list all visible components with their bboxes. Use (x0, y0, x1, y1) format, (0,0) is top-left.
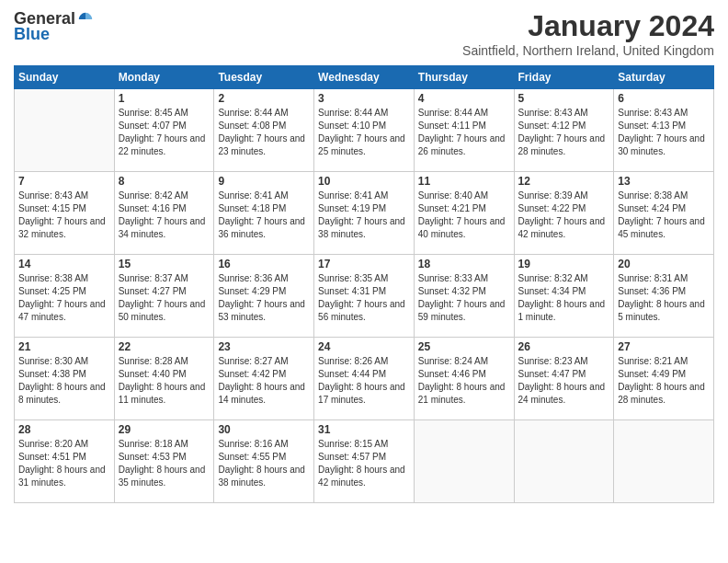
day-info: Sunrise: 8:24 AM Sunset: 4:46 PM Dayligh… (418, 355, 510, 407)
logo: General Blue (14, 9, 94, 44)
calendar-cell: 13 Sunrise: 8:38 AM Sunset: 4:24 PM Dayl… (614, 172, 714, 255)
sunset-text: Sunset: 4:34 PM (518, 286, 586, 296)
calendar-cell: 27 Sunrise: 8:21 AM Sunset: 4:49 PM Dayl… (614, 338, 714, 420)
day-info: Sunrise: 8:28 AM Sunset: 4:40 PM Dayligh… (119, 355, 210, 407)
day-number: 19 (518, 258, 610, 270)
location-subtitle: Saintfield, Northern Ireland, United Kin… (462, 43, 714, 58)
day-info: Sunrise: 8:15 AM Sunset: 4:57 PM Dayligh… (318, 438, 410, 489)
sunrise-text: Sunrise: 8:38 AM (618, 190, 688, 201)
calendar-cell (414, 420, 514, 503)
daylight-text: Daylight: 7 hours and 32 minutes. (18, 216, 106, 239)
sunrise-text: Sunrise: 8:44 AM (218, 108, 288, 118)
daylight-text: Daylight: 8 hours and 24 minutes. (518, 382, 606, 405)
day-number: 18 (418, 258, 510, 270)
col-thursday: Thursday (414, 66, 514, 89)
day-number: 6 (618, 92, 710, 105)
sunset-text: Sunset: 4:10 PM (318, 121, 386, 131)
daylight-text: Daylight: 8 hours and 31 minutes. (18, 465, 106, 488)
calendar-week-4: 21 Sunrise: 8:30 AM Sunset: 4:38 PM Dayl… (15, 338, 714, 420)
day-number: 3 (318, 92, 410, 105)
sunset-text: Sunset: 4:15 PM (18, 203, 86, 213)
sunrise-text: Sunrise: 8:15 AM (318, 439, 388, 449)
calendar-cell: 14 Sunrise: 8:38 AM Sunset: 4:25 PM Dayl… (15, 255, 115, 338)
daylight-text: Daylight: 8 hours and 1 minute. (518, 299, 606, 322)
calendar-cell: 9 Sunrise: 8:41 AM Sunset: 4:18 PM Dayli… (214, 172, 314, 255)
calendar-cell: 18 Sunrise: 8:33 AM Sunset: 4:32 PM Dayl… (414, 255, 514, 338)
sunrise-text: Sunrise: 8:41 AM (218, 190, 288, 201)
calendar-cell: 5 Sunrise: 8:43 AM Sunset: 4:12 PM Dayli… (514, 89, 614, 172)
calendar-cell: 19 Sunrise: 8:32 AM Sunset: 4:34 PM Dayl… (514, 255, 614, 338)
calendar-cell: 4 Sunrise: 8:44 AM Sunset: 4:11 PM Dayli… (414, 89, 514, 172)
sunrise-text: Sunrise: 8:40 AM (418, 190, 488, 201)
daylight-text: Daylight: 7 hours and 34 minutes. (119, 216, 206, 239)
sunset-text: Sunset: 4:40 PM (119, 369, 187, 379)
daylight-text: Daylight: 7 hours and 45 minutes. (618, 216, 705, 239)
sunrise-text: Sunrise: 8:35 AM (318, 273, 388, 283)
day-info: Sunrise: 8:38 AM Sunset: 4:24 PM Dayligh… (618, 190, 710, 241)
calendar-cell: 29 Sunrise: 8:18 AM Sunset: 4:53 PM Dayl… (114, 420, 214, 503)
sunset-text: Sunset: 4:46 PM (418, 369, 486, 379)
sunrise-text: Sunrise: 8:24 AM (418, 356, 488, 366)
sunrise-text: Sunrise: 8:16 AM (218, 439, 288, 449)
sunrise-text: Sunrise: 8:30 AM (18, 356, 88, 366)
sunrise-text: Sunrise: 8:28 AM (119, 356, 188, 366)
daylight-text: Daylight: 7 hours and 38 minutes. (318, 216, 405, 239)
day-number: 23 (218, 340, 310, 353)
calendar-week-5: 28 Sunrise: 8:20 AM Sunset: 4:51 PM Dayl… (15, 420, 714, 503)
sunrise-text: Sunrise: 8:39 AM (518, 190, 588, 201)
day-info: Sunrise: 8:16 AM Sunset: 4:55 PM Dayligh… (218, 438, 310, 489)
day-info: Sunrise: 8:37 AM Sunset: 4:27 PM Dayligh… (119, 272, 210, 324)
sunset-text: Sunset: 4:11 PM (418, 121, 486, 131)
daylight-text: Daylight: 8 hours and 8 minutes. (18, 382, 106, 405)
sunset-text: Sunset: 4:44 PM (318, 369, 386, 379)
day-info: Sunrise: 8:44 AM Sunset: 4:11 PM Dayligh… (418, 107, 510, 158)
day-number: 14 (18, 258, 110, 270)
daylight-text: Daylight: 8 hours and 42 minutes. (318, 465, 405, 488)
daylight-text: Daylight: 7 hours and 50 minutes. (119, 299, 206, 322)
day-info: Sunrise: 8:33 AM Sunset: 4:32 PM Dayligh… (418, 272, 510, 324)
sunset-text: Sunset: 4:53 PM (119, 452, 187, 462)
sunset-text: Sunset: 4:21 PM (418, 203, 486, 213)
daylight-text: Daylight: 8 hours and 11 minutes. (119, 382, 206, 405)
day-info: Sunrise: 8:42 AM Sunset: 4:16 PM Dayligh… (119, 190, 210, 241)
sunset-text: Sunset: 4:47 PM (518, 369, 586, 379)
day-info: Sunrise: 8:43 AM Sunset: 4:12 PM Dayligh… (518, 107, 610, 158)
day-number: 27 (618, 340, 710, 353)
day-number: 7 (18, 175, 110, 188)
calendar-cell: 21 Sunrise: 8:30 AM Sunset: 4:38 PM Dayl… (15, 338, 115, 420)
sunset-text: Sunset: 4:12 PM (518, 121, 586, 131)
logo-blue-text: Blue (14, 25, 50, 44)
sunset-text: Sunset: 4:57 PM (318, 452, 386, 462)
sunset-text: Sunset: 4:42 PM (218, 369, 286, 379)
day-number: 1 (119, 92, 210, 105)
calendar-cell: 17 Sunrise: 8:35 AM Sunset: 4:31 PM Dayl… (314, 255, 415, 338)
header-row: Sunday Monday Tuesday Wednesday Thursday… (15, 66, 714, 89)
sunset-text: Sunset: 4:07 PM (119, 121, 187, 131)
col-tuesday: Tuesday (214, 66, 314, 89)
sunset-text: Sunset: 4:36 PM (618, 286, 686, 296)
calendar-cell: 8 Sunrise: 8:42 AM Sunset: 4:16 PM Dayli… (114, 172, 214, 255)
daylight-text: Daylight: 7 hours and 36 minutes. (218, 216, 305, 239)
day-number: 17 (318, 258, 410, 270)
daylight-text: Daylight: 8 hours and 17 minutes. (318, 382, 405, 405)
sunrise-text: Sunrise: 8:45 AM (119, 108, 188, 118)
day-number: 11 (418, 175, 510, 188)
day-number: 12 (518, 175, 610, 188)
day-number: 9 (218, 175, 310, 188)
daylight-text: Daylight: 7 hours and 42 minutes. (518, 216, 606, 239)
daylight-text: Daylight: 7 hours and 22 minutes. (119, 133, 206, 156)
day-number: 20 (618, 258, 710, 270)
sunrise-text: Sunrise: 8:44 AM (418, 108, 488, 118)
sunrise-text: Sunrise: 8:36 AM (218, 273, 288, 283)
day-info: Sunrise: 8:43 AM Sunset: 4:15 PM Dayligh… (18, 190, 110, 241)
col-saturday: Saturday (614, 66, 714, 89)
daylight-text: Daylight: 7 hours and 23 minutes. (218, 133, 305, 156)
sunset-text: Sunset: 4:19 PM (318, 203, 386, 213)
day-info: Sunrise: 8:36 AM Sunset: 4:29 PM Dayligh… (218, 272, 310, 324)
day-number: 31 (318, 423, 410, 436)
day-number: 28 (18, 423, 110, 436)
daylight-text: Daylight: 8 hours and 21 minutes. (418, 382, 506, 405)
col-wednesday: Wednesday (314, 66, 415, 89)
calendar-cell: 20 Sunrise: 8:31 AM Sunset: 4:36 PM Dayl… (614, 255, 714, 338)
day-info: Sunrise: 8:45 AM Sunset: 4:07 PM Dayligh… (119, 107, 210, 158)
